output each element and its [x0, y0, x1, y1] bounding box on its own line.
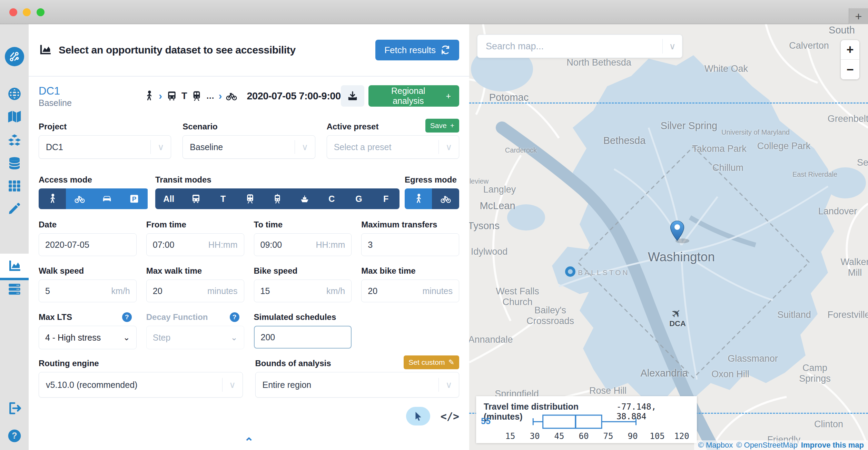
chevron-down-icon: ∨: [223, 380, 243, 390]
pointer-tool-button[interactable]: [406, 407, 430, 425]
transit-all-button[interactable]: All: [155, 188, 183, 209]
map-canvas[interactable]: SouthPotomacNorth BethesdaWhite OakCalve…: [469, 24, 868, 450]
transit-t-button[interactable]: T: [209, 188, 237, 209]
project-select[interactable]: DC1 ∨: [39, 135, 171, 159]
maximize-window-button[interactable]: [37, 8, 45, 16]
summary-datetime: 2020-07-05 7:00-9:00: [247, 90, 341, 102]
access-walk-button[interactable]: [39, 188, 66, 209]
sidebar-item-edit-scenarios[interactable]: [0, 197, 29, 219]
map-place-label: BALLSTON: [578, 268, 629, 277]
project-name-link[interactable]: DC1: [39, 84, 72, 98]
parking-icon: P: [129, 194, 139, 204]
max-walk-time-input[interactable]: 20minutes: [146, 280, 244, 302]
map-search-box[interactable]: ∨: [477, 35, 682, 58]
chevron-down-icon: ∨: [663, 41, 682, 52]
mapbox-link[interactable]: © Mapbox: [698, 441, 733, 450]
map-place-label: Landover: [818, 206, 857, 217]
date-input[interactable]: 2020-07-05: [39, 233, 137, 256]
transit-f-button[interactable]: F: [372, 188, 400, 209]
map-place-label: Rose Hill: [589, 385, 627, 396]
max-transfers-input[interactable]: 3: [361, 233, 459, 256]
travel-time-boxplot: [476, 411, 697, 432]
conveyal-logo-icon: [5, 47, 24, 66]
map-attribution: © Mapbox © OpenStreetMap Improve this ma…: [694, 440, 868, 450]
routing-engine-select[interactable]: v5.10.0 (recommended) ∨: [39, 372, 243, 398]
set-custom-bounds-button[interactable]: Set custom ✎: [404, 355, 459, 369]
walk-speed-input[interactable]: 5km/h: [39, 280, 137, 302]
bounds-select[interactable]: Entire region ∨: [255, 372, 460, 398]
routing-engine-field: Routing engine v5.10.0 (recommended) ∨: [39, 358, 243, 398]
max-lts-select[interactable]: 4 - High stress ⌄: [39, 326, 137, 349]
minimize-window-button[interactable]: [23, 8, 31, 16]
zoom-in-button[interactable]: +: [841, 40, 859, 60]
zoom-out-button[interactable]: −: [841, 60, 859, 79]
project-scenario-names: DC1 Baseline: [39, 84, 72, 108]
access-car-button[interactable]: [93, 188, 120, 209]
egress-walk-button[interactable]: [405, 188, 432, 209]
sidebar-item-logout[interactable]: [0, 397, 29, 419]
bike-speed-input[interactable]: 15km/h: [254, 280, 352, 302]
boxplot-tick-label: 105: [650, 431, 664, 441]
fetch-results-button[interactable]: Fetch results: [375, 40, 459, 60]
transit-g-button[interactable]: G: [345, 188, 373, 209]
tram-icon: [272, 194, 283, 204]
collapse-panel-chevron[interactable]: ⌃: [39, 437, 459, 449]
code-tool-button[interactable]: </>: [441, 410, 459, 422]
access-mode-label: Access mode: [39, 175, 148, 185]
sidebar-item-network-maps[interactable]: [0, 106, 29, 128]
sidebar-item-regional-analyses[interactable]: [0, 278, 29, 300]
transit-bus-button[interactable]: [183, 188, 210, 209]
to-time-label: To time: [254, 219, 352, 230]
close-window-button[interactable]: [9, 8, 17, 16]
sidebar-item-regions[interactable]: [0, 83, 29, 105]
from-time-input[interactable]: 07:00HH:mm: [146, 233, 244, 256]
help-icon[interactable]: ?: [122, 312, 132, 322]
decay-function-select[interactable]: Step ⌄: [146, 326, 244, 349]
scenario-select[interactable]: Baseline ∨: [183, 135, 315, 159]
transit-tram-button[interactable]: [264, 188, 291, 209]
bike-speed-label: Bike speed: [254, 266, 352, 276]
max-lts-label: Max LTS ?: [39, 312, 137, 322]
max-bike-time-input[interactable]: 20minutes: [361, 280, 459, 302]
preset-select[interactable]: Select a preset ∨: [327, 135, 459, 159]
decay-function-field: Decay Function ? Step ⌄: [146, 312, 244, 349]
project-scenario-preset-row: Project DC1 ∨ Scenario Baseline ∨ Active…: [39, 121, 459, 159]
map-place-label: Carderock: [505, 146, 537, 154]
egress-bike-button[interactable]: [432, 188, 459, 209]
chevron-down-icon: ⌄: [230, 333, 237, 342]
date-field: Date 2020-07-05: [39, 219, 137, 256]
sidebar-item-conveyal-logo[interactable]: [0, 46, 29, 68]
map-place-label: Silver Spring: [661, 120, 717, 131]
improve-map-link[interactable]: Improve this map: [801, 441, 864, 450]
access-park-ride-button[interactable]: P: [120, 188, 148, 209]
boxplot-tick-label: 120: [674, 431, 689, 441]
regional-analysis-button[interactable]: Regional analysis +: [368, 85, 459, 107]
map-place-label: McLean: [480, 200, 515, 212]
to-time-input[interactable]: 09:00HH:mm: [254, 233, 352, 256]
access-mode-group: Access mode: [39, 175, 148, 209]
boxplot-tick-label: 75: [603, 431, 613, 441]
sidebar-item-resources-grid[interactable]: [0, 175, 29, 197]
simulated-schedules-input[interactable]: 200: [254, 326, 352, 349]
origin-dot-marker[interactable]: [565, 266, 575, 277]
access-bike-button[interactable]: [66, 188, 93, 209]
boxplot-ticks: 153045607590105120: [476, 431, 697, 442]
transit-c-button[interactable]: C: [318, 188, 345, 209]
transit-ferry-button[interactable]: [291, 188, 318, 209]
sidebar-item-help[interactable]: ?: [0, 425, 29, 447]
chevron-down-icon: ∨: [439, 380, 459, 390]
save-preset-button[interactable]: Save +: [425, 119, 459, 133]
new-tab-button[interactable]: +: [849, 8, 868, 24]
sidebar-item-opportunity-datasets[interactable]: [0, 152, 29, 174]
transit-metro-button[interactable]: [237, 188, 264, 209]
sidebar-item-analyze[interactable]: [0, 254, 29, 278]
sidebar-item-bundles[interactable]: [0, 129, 29, 151]
map-pin-marker[interactable]: [669, 220, 685, 242]
osm-link[interactable]: © OpenStreetMap: [736, 441, 798, 450]
routing-engine-label: Routing engine: [39, 358, 243, 369]
map-search-input[interactable]: [486, 41, 662, 52]
help-icon[interactable]: ?: [230, 312, 239, 322]
map-place-label: Suitland: [777, 310, 811, 320]
download-button[interactable]: [341, 85, 365, 107]
boxplot-tick-label: 15: [505, 431, 515, 441]
